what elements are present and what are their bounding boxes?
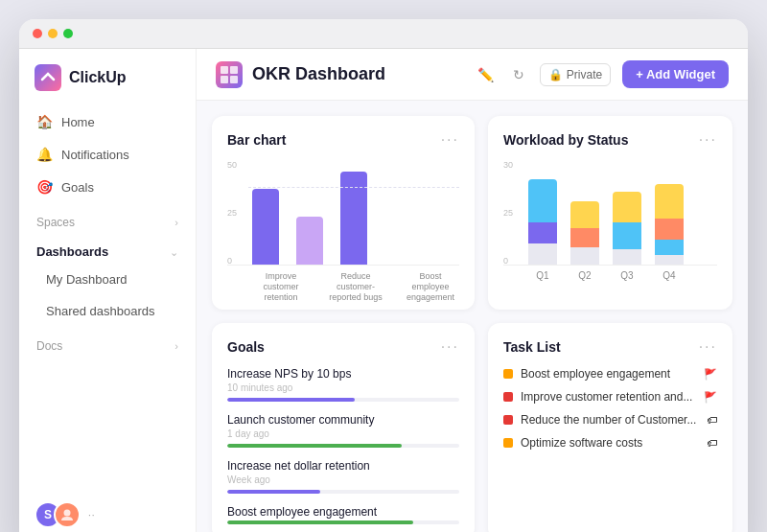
task-dot-4 bbox=[503, 438, 513, 448]
sidebar-item-my-dashboard[interactable]: My Dashboard bbox=[27, 265, 188, 294]
task-dot-1 bbox=[503, 369, 513, 379]
header-left: OKR Dashboard bbox=[216, 61, 385, 88]
bar-chart-bars bbox=[227, 160, 459, 266]
bar-1 bbox=[252, 189, 279, 265]
bar-2 bbox=[296, 217, 323, 265]
task-dot-3 bbox=[503, 415, 513, 425]
dashboards-section: Dashboards ⌄ bbox=[19, 233, 196, 265]
workload-title: Workload by Status bbox=[503, 132, 628, 148]
goals-widget-menu[interactable]: ··· bbox=[441, 338, 459, 356]
window-chrome bbox=[19, 19, 748, 49]
private-badge[interactable]: 🔒 Private bbox=[540, 63, 611, 86]
goal-time-3: Week ago bbox=[227, 474, 459, 485]
my-dashboard-label: My Dashboard bbox=[46, 272, 128, 287]
q2-label: Q2 bbox=[570, 270, 599, 281]
w-y-label-30: 30 bbox=[503, 160, 513, 170]
task-list: Boost employee engagement 🚩 Improve cust… bbox=[503, 367, 717, 450]
goal-time-2: 1 day ago bbox=[227, 428, 459, 439]
sidebar-footer: S ·· bbox=[19, 490, 196, 532]
quarter-labels: Q1 Q2 Q3 Q4 bbox=[503, 270, 717, 281]
dashboard-grid: Bar chart ··· 50 25 0 bbox=[197, 101, 748, 532]
goal-fill-1 bbox=[227, 398, 355, 402]
bar-labels: Improve customer retention Reduce custom… bbox=[227, 271, 459, 302]
goal-name-2: Launch customer community bbox=[227, 413, 459, 427]
avatar-group: S bbox=[35, 501, 81, 528]
shared-dashboards-label: Shared dashboards bbox=[46, 304, 154, 318]
spaces-section: Spaces › bbox=[19, 204, 196, 233]
spaces-chevron-icon[interactable]: › bbox=[174, 217, 178, 228]
workload-menu[interactable]: ··· bbox=[699, 131, 717, 149]
bar-chart-menu[interactable]: ··· bbox=[441, 131, 459, 149]
task-item-3: Reduce the number of Customer... 🏷 bbox=[503, 413, 717, 427]
sidebar-item-shared-dashboards[interactable]: Shared dashboards bbox=[27, 296, 188, 326]
svg-point-0 bbox=[64, 510, 71, 517]
bar-label-3: Boost employee engagement bbox=[402, 271, 459, 302]
bar-chart-header: Bar chart ··· bbox=[227, 131, 459, 149]
goal-fill-2 bbox=[227, 444, 402, 448]
task-name-1: Boost employee engagement bbox=[521, 367, 670, 381]
task-left-2: Improve customer retention and... bbox=[503, 390, 692, 404]
goals-widget: Goals ··· Increase NPS by 10 bps 10 minu… bbox=[212, 323, 475, 532]
dashboards-chevron-icon[interactable]: ⌄ bbox=[170, 246, 178, 259]
task-name-2: Improve customer retention and... bbox=[521, 390, 692, 404]
close-button[interactable] bbox=[33, 29, 42, 38]
goal-fill-3 bbox=[227, 490, 320, 494]
docs-chevron-icon[interactable]: › bbox=[174, 340, 178, 352]
sidebar-nav: 🏠 Home 🔔 Notifications 🎯 Goals bbox=[19, 106, 196, 204]
sidebar-item-goals[interactable]: 🎯 Goals bbox=[27, 172, 188, 202]
main-header: OKR Dashboard ✏️ ↻ 🔒 Private + Add Widge… bbox=[197, 49, 748, 101]
q4-label: Q4 bbox=[655, 270, 684, 281]
docs-section: Docs › bbox=[19, 328, 196, 357]
bar-group-3 bbox=[340, 172, 367, 265]
task-flag-1: 🚩 bbox=[704, 368, 717, 381]
y-label-50: 50 bbox=[227, 160, 237, 170]
lock-icon: 🔒 bbox=[548, 68, 563, 81]
dashboards-label: Dashboards bbox=[36, 244, 108, 259]
w-y-label-25: 25 bbox=[503, 208, 513, 218]
goal-track-4 bbox=[227, 520, 459, 524]
q2-bar bbox=[570, 201, 599, 265]
task-left-3: Reduce the number of Customer... bbox=[503, 413, 696, 427]
goal-track-2 bbox=[227, 444, 459, 448]
home-icon: 🏠 bbox=[36, 114, 52, 129]
goal-fill-4 bbox=[227, 520, 413, 524]
goals-widget-header: Goals ··· bbox=[227, 338, 459, 356]
page-title: OKR Dashboard bbox=[252, 64, 385, 84]
bar-label-2: Reduce customer-reported bugs bbox=[327, 271, 384, 302]
footer-dots: ·· bbox=[88, 510, 96, 520]
avatar-m bbox=[54, 501, 81, 528]
spaces-label: Spaces bbox=[36, 216, 75, 229]
header-right: ✏️ ↻ 🔒 Private + Add Widget bbox=[474, 60, 729, 88]
maximize-button[interactable] bbox=[63, 29, 73, 38]
task-left-4: Optimize software costs bbox=[503, 436, 642, 450]
goal-name-1: Increase NPS by 10 bps bbox=[227, 367, 459, 381]
refresh-icon[interactable]: ↻ bbox=[509, 63, 528, 86]
y-label-0: 0 bbox=[227, 256, 237, 266]
task-item-1: Boost employee engagement 🚩 bbox=[503, 367, 717, 381]
docs-label: Docs bbox=[36, 339, 62, 353]
goals-icon: 🎯 bbox=[36, 179, 52, 195]
goal-name-3: Increase net dollar retention bbox=[227, 459, 459, 473]
task-flag-4: 🏷 bbox=[707, 437, 717, 449]
logo[interactable]: ClickUp bbox=[19, 64, 196, 106]
sidebar-item-notifications-label: Notifications bbox=[61, 148, 129, 162]
chart-guide-line bbox=[248, 187, 459, 188]
goal-item-2: Launch customer community 1 day ago bbox=[227, 413, 459, 448]
goals-widget-title: Goals bbox=[227, 339, 265, 355]
minimize-button[interactable] bbox=[48, 29, 58, 38]
logo-icon bbox=[35, 64, 61, 91]
sidebar-item-goals-label: Goals bbox=[61, 180, 94, 195]
edit-icon[interactable]: ✏️ bbox=[474, 63, 498, 86]
q3-label: Q3 bbox=[613, 270, 641, 281]
bar-3 bbox=[340, 172, 367, 265]
bar-chart-area: 50 25 0 bbox=[227, 160, 459, 294]
task-name-3: Reduce the number of Customer... bbox=[521, 413, 696, 427]
sidebar-item-home[interactable]: 🏠 Home bbox=[27, 106, 188, 137]
add-widget-button[interactable]: + Add Widget bbox=[622, 60, 729, 88]
logo-text: ClickUp bbox=[69, 69, 127, 86]
sidebar-item-notifications[interactable]: 🔔 Notifications bbox=[27, 139, 188, 170]
task-list-menu[interactable]: ··· bbox=[699, 338, 717, 356]
q3-bar bbox=[613, 192, 641, 265]
q1-label: Q1 bbox=[528, 270, 557, 281]
task-item-2: Improve customer retention and... 🚩 bbox=[503, 390, 717, 404]
